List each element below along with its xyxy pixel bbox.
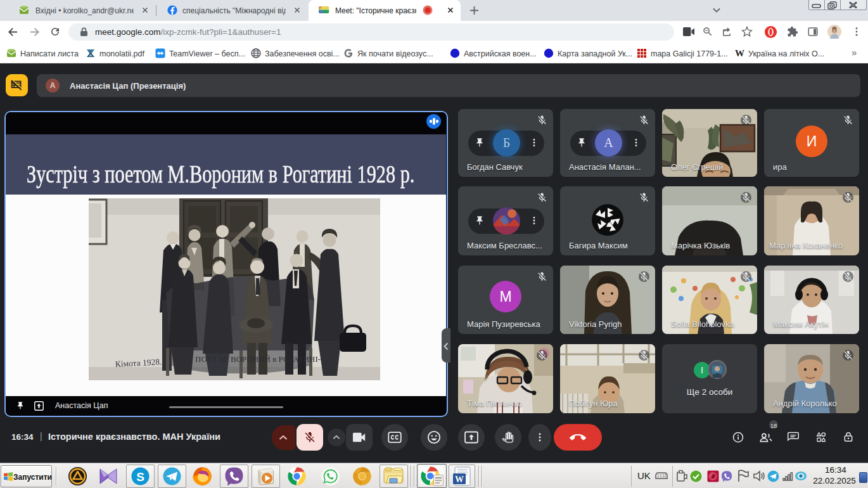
svg-text:ПОЕТ М. ВОРОНИЙ в РОГАТИНІ-: ПОЕТ М. ВОРОНИЙ в РОГАТИНІ- (195, 354, 321, 364)
svg-text:S: S (136, 470, 144, 484)
svg-text:W: W (455, 475, 464, 484)
